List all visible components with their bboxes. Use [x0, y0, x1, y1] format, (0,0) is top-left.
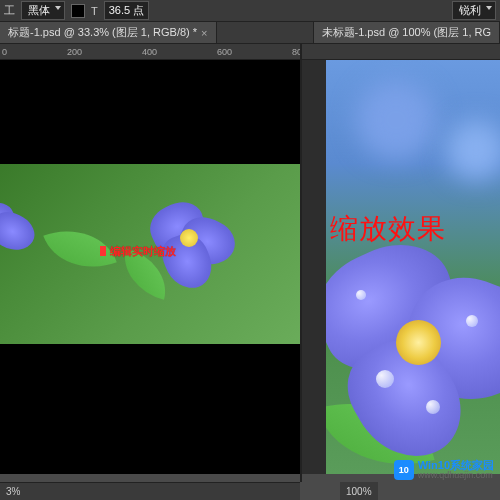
font-size-field[interactable]: 36.5 点 [104, 1, 149, 20]
options-toolbar: 工 黑体 T 36.5 点 锐利 [0, 0, 500, 22]
watermark-url: www.qdhuajin.com [418, 471, 494, 480]
flower-shape [150, 204, 230, 274]
flower-shape [326, 220, 500, 470]
tab-title: 标题-1.psd @ 33.3% (图层 1, RGB/8) * [8, 25, 197, 40]
watermark: 10 Win10系统家园 www.qdhuajin.com [392, 458, 496, 482]
ruler-tick: 200 [67, 47, 82, 57]
antialias-value: 锐利 [459, 4, 481, 16]
watermark-text: Win10系统家园 www.qdhuajin.com [418, 460, 494, 480]
size-icon-label: T [91, 5, 98, 17]
annotation-text-small[interactable]: 编辑实时缩放 [110, 244, 176, 259]
document-tab-right[interactable]: 未标题-1.psd @ 100% (图层 1, RG [313, 22, 501, 43]
annotation-text-big[interactable]: 缩放效果 [330, 210, 446, 248]
font-family-value: 黑体 [28, 4, 50, 16]
zoom-level[interactable]: 100% [346, 486, 372, 497]
document-pane-left[interactable]: 0 200 400 600 800 编辑实时缩放 [0, 44, 300, 474]
chevron-down-icon [55, 6, 61, 10]
font-size-value: 36.5 点 [109, 4, 144, 16]
ruler-tick: 800 [292, 47, 300, 57]
ruler-tick: 600 [217, 47, 232, 57]
workspace: 0 200 400 600 800 编辑实时缩放 [0, 44, 500, 474]
antialias-dropdown[interactable]: 锐利 [452, 1, 496, 20]
horizontal-ruler: 0 200 400 600 800 [0, 44, 300, 60]
flower-shape [0, 204, 50, 274]
ruler-tick: 400 [142, 47, 157, 57]
pane-divider[interactable] [300, 44, 302, 482]
document-tabs: 标题-1.psd @ 33.3% (图层 1, RGB/8) * × 未标题-1… [0, 22, 500, 44]
document-tab-left[interactable]: 标题-1.psd @ 33.3% (图层 1, RGB/8) * × [0, 22, 217, 43]
text-cursor-icon [100, 246, 106, 256]
tab-title: 未标题-1.psd @ 100% (图层 1, RG [322, 25, 492, 40]
zoom-level[interactable]: 3% [6, 486, 20, 497]
horizontal-ruler [301, 44, 500, 60]
status-bar-right: 100% [340, 482, 378, 500]
font-icon-label: 工 [4, 3, 15, 18]
font-family-dropdown[interactable]: 黑体 [21, 1, 65, 20]
watermark-badge-icon: 10 [394, 460, 414, 480]
status-bar-left: 3% [0, 482, 300, 500]
chevron-down-icon [486, 6, 492, 10]
color-swatch[interactable] [71, 4, 85, 18]
close-icon[interactable]: × [201, 27, 207, 39]
canvas-image-right[interactable] [326, 60, 500, 474]
document-pane-right[interactable] [300, 44, 500, 474]
ruler-tick: 0 [2, 47, 7, 57]
canvas-image-left[interactable]: 编辑实时缩放 [0, 164, 300, 344]
